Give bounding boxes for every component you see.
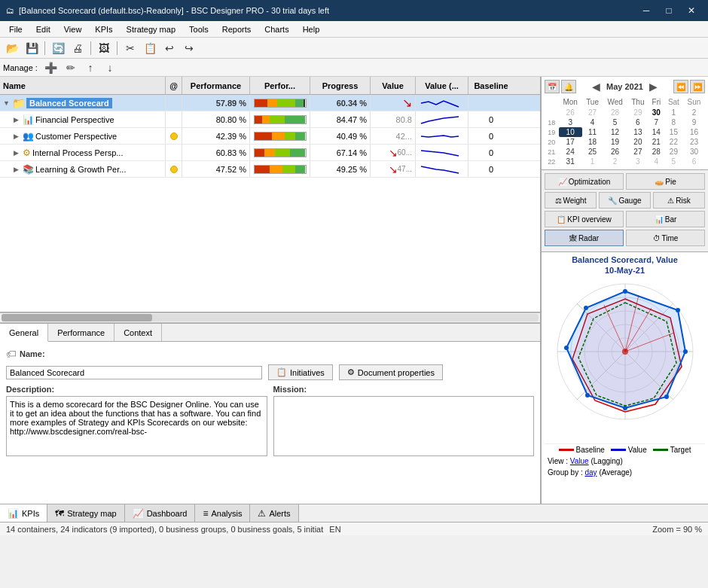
expand-icon[interactable]: ▶ — [14, 166, 21, 173]
cal-day[interactable]: 2 — [603, 157, 627, 166]
btn-radar[interactable]: 🕸 Radar — [545, 230, 624, 246]
row-name-financial[interactable]: ▶ 📊 Financial Perspective — [0, 111, 166, 127]
document-props-button[interactable]: ⚙ Document properties — [339, 364, 443, 380]
cal-day[interactable]: 5 — [664, 157, 683, 166]
cal-day[interactable]: 13 — [627, 127, 648, 137]
btn-kpi-overview[interactable]: 📋 KPI overview — [545, 211, 624, 227]
col-header-perfor[interactable]: Perfor... — [250, 77, 310, 94]
taskbar-tab-kpis[interactable]: 📊 KPIs — [0, 504, 47, 522]
expand-icon[interactable]: ▶ — [14, 149, 21, 157]
cal-day[interactable]: 30 — [683, 147, 705, 157]
col-header-progress[interactable]: Progress — [310, 77, 371, 94]
row-name-internal[interactable]: ▶ ⚙ Internal Process Persp... — [0, 145, 166, 160]
cal-day[interactable]: 28 — [648, 147, 664, 157]
close-button[interactable]: ✕ — [681, 3, 702, 18]
col-header-performance[interactable]: Performance — [182, 77, 250, 94]
cal-icon-3[interactable]: ⏪ — [673, 80, 688, 93]
cal-icon-1[interactable]: 📅 — [545, 80, 560, 93]
cal-day[interactable]: 20 — [627, 137, 648, 147]
btn-gauge[interactable]: 🔧 Gauge — [599, 192, 651, 209]
cal-day[interactable]: 29 — [627, 108, 648, 117]
cal-day[interactable]: 5 — [603, 117, 627, 127]
menu-tools[interactable]: Tools — [183, 23, 215, 35]
btn-time[interactable]: ⏱ Time — [626, 230, 705, 246]
cal-day[interactable]: 1 — [664, 108, 683, 117]
cal-day[interactable]: 14 — [648, 127, 664, 137]
manage-up[interactable]: ↑ — [81, 59, 99, 76]
toolbar-redo[interactable]: ↪ — [180, 40, 198, 56]
toolbar-cut[interactable]: ✂ — [121, 40, 139, 56]
table-row[interactable]: ▼ 📁 Balanced Scorecard 57.89 % — [0, 95, 540, 111]
menu-edit[interactable]: Edit — [30, 23, 56, 35]
cal-icon-4[interactable]: ⏩ — [690, 80, 705, 93]
taskbar-tab-alerts[interactable]: ⚠ Alerts — [250, 504, 298, 522]
cal-prev[interactable]: ◀ — [589, 81, 603, 93]
cal-day[interactable]: 23 — [683, 137, 705, 147]
cal-day[interactable]: 3 — [559, 117, 582, 127]
btn-bar[interactable]: 📊 Bar — [626, 211, 705, 227]
cal-day[interactable]: 27 — [627, 147, 648, 157]
col-header-at[interactable]: @ — [166, 77, 182, 94]
toolbar-image[interactable]: 🖼 — [95, 40, 113, 56]
cal-day[interactable]: 8 — [664, 117, 683, 127]
minimize-button[interactable]: ─ — [636, 3, 657, 18]
expand-icon[interactable]: ▶ — [14, 116, 21, 123]
cal-day[interactable]: 9 — [683, 117, 705, 127]
cal-day[interactable]: 11 — [582, 127, 603, 137]
col-header-baseline[interactable]: Baseline — [468, 77, 514, 94]
manage-add[interactable]: ➕ — [42, 59, 60, 76]
cal-day[interactable]: 27 — [582, 108, 603, 117]
row-name-balanced[interactable]: ▼ 📁 Balanced Scorecard — [0, 95, 166, 111]
col-header-name[interactable]: Name — [0, 77, 166, 94]
row-name-customer[interactable]: ▶ 👥 Customer Perspective — [0, 128, 166, 144]
toolbar-print[interactable]: 🖨 — [69, 40, 87, 56]
menu-view[interactable]: View — [58, 23, 88, 35]
description-textarea[interactable]: This is a demo scorecard for the BSC Des… — [6, 396, 267, 456]
toolbar-save[interactable]: 💾 — [23, 40, 41, 56]
expand-icon[interactable]: ▶ — [14, 133, 21, 140]
menu-reports[interactable]: Reports — [216, 23, 258, 35]
cal-day[interactable]: 29 — [664, 147, 683, 157]
cal-day[interactable]: 4 — [582, 117, 603, 127]
toolbar-undo[interactable]: ↩ — [160, 40, 179, 56]
cal-day[interactable]: 12 — [603, 127, 627, 137]
table-row[interactable]: ▶ 📊 Financial Perspective 80.80 % — [0, 111, 540, 128]
cal-day[interactable]: 24 — [559, 147, 582, 157]
initiatives-button[interactable]: 📋 Initiatives — [268, 364, 333, 380]
cal-day[interactable]: 7 — [648, 117, 664, 127]
toolbar-refresh[interactable]: 🔄 — [49, 40, 67, 56]
btn-pie[interactable]: 🥧 Pie — [626, 173, 705, 190]
toolbar-open[interactable]: 📂 — [3, 40, 21, 56]
cal-day[interactable]: 18 — [582, 137, 603, 147]
view-value-link[interactable]: Value — [570, 457, 589, 465]
cal-day[interactable]: 19 — [603, 137, 627, 147]
cal-day[interactable]: 6 — [683, 157, 705, 166]
scroll-thumb[interactable] — [2, 314, 152, 321]
manage-edit[interactable]: ✏ — [62, 59, 80, 76]
menu-file[interactable]: File — [3, 23, 29, 35]
col-header-value[interactable]: Value — [371, 77, 416, 94]
expand-icon[interactable]: ▼ — [3, 99, 11, 107]
cal-day[interactable]: 6 — [627, 117, 648, 127]
taskbar-tab-analysis[interactable]: ≡ Analysis — [195, 504, 250, 522]
table-row[interactable]: ▶ 👥 Customer Perspective 42.39 % — [0, 128, 540, 145]
tab-performance[interactable]: Performance — [48, 324, 114, 341]
row-name-learning[interactable]: ▶ 📚 Learning & Growth Per... — [0, 161, 166, 177]
toolbar-copy[interactable]: 📋 — [141, 40, 159, 56]
taskbar-tab-dashboard[interactable]: 📈 Dashboard — [125, 504, 196, 522]
menu-kpis[interactable]: KPIs — [89, 23, 118, 35]
menu-charts[interactable]: Charts — [258, 23, 294, 35]
menu-strategy-map[interactable]: Strategy map — [121, 23, 182, 35]
horizontal-scrollbar[interactable] — [0, 312, 540, 323]
mission-textarea[interactable] — [273, 396, 535, 456]
manage-down[interactable]: ↓ — [101, 59, 119, 76]
taskbar-tab-strategy-map[interactable]: 🗺 Strategy map — [47, 504, 124, 522]
cal-day[interactable]: 22 — [664, 137, 683, 147]
cal-day[interactable]: 15 — [664, 127, 683, 137]
cal-day[interactable]: 26 — [603, 147, 627, 157]
btn-risk[interactable]: ⚠ Risk — [653, 192, 705, 209]
cal-day[interactable]: 30 — [648, 108, 664, 117]
btn-optimization[interactable]: 📈 Optimization — [545, 173, 624, 190]
cal-day[interactable]: 3 — [627, 157, 648, 166]
menu-help[interactable]: Help — [297, 23, 326, 35]
